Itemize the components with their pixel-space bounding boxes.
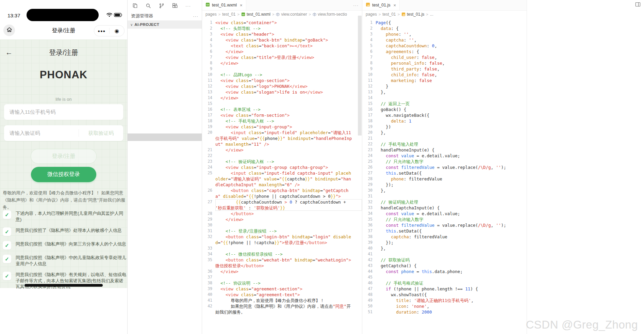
tabbar-more-icon[interactable]: ···: [353, 3, 359, 8]
exit-target-icon[interactable]: ◉: [110, 28, 125, 34]
line-number: 37: [362, 228, 376, 234]
tree-item-app.wxss[interactable]: [128, 193, 202, 201]
explorer-more-icon[interactable]: ···: [193, 14, 198, 19]
vertical-scrollbar[interactable]: [358, 16, 362, 136]
line-number: 28: [202, 211, 215, 217]
code-line: 30: [202, 222, 362, 228]
breadcrumb-item[interactable]: <>test_01.wxml: [241, 12, 270, 17]
tree-item-app.json[interactable]: [128, 186, 202, 193]
code-line: 36 </view>: [202, 269, 362, 274]
files-icon[interactable]: [132, 3, 138, 9]
back-arrow[interactable]: ←: [5, 48, 13, 57]
line-number: 22: [202, 153, 215, 159]
checkbox-checked[interactable]: ✓: [3, 255, 11, 263]
tree-item-test[interactable]: [128, 89, 202, 96]
tree-item-index[interactable]: [128, 74, 202, 81]
agreement-item: ✓下述内容，本人均已理解并同意(儿童用户由其监护人同意): [3, 210, 126, 222]
tree-item-test_01.json[interactable]: [128, 141, 202, 148]
breadcrumb-item[interactable]: JStest_01.js: [401, 12, 424, 17]
code-line: 13 <view class="slogan">life is on</view…: [202, 89, 362, 95]
project-root-row[interactable]: ∨ AI-PROJECT: [128, 20, 202, 29]
tree-item-coverage[interactable]: [128, 51, 202, 59]
tree-item-test_01.wxss[interactable]: [128, 156, 202, 163]
breadcrumb-item[interactable]: test_01: [222, 12, 235, 17]
tree-item-test_01.js[interactable]: [128, 133, 202, 141]
tree-item-project.config.json[interactable]: [128, 216, 202, 223]
line-number: 51: [362, 309, 376, 315]
tree-item-test.json[interactable]: [128, 104, 202, 111]
line-number: 33: [362, 205, 376, 211]
line-number: 40: [202, 292, 215, 298]
more-options-icon[interactable]: ●●●: [94, 29, 109, 33]
breadcrumb-item[interactable]: ...: [430, 12, 433, 17]
code-line: 5 <text class="back-icon">←</text>: [202, 43, 362, 49]
checkbox-checked[interactable]: ✓: [3, 227, 11, 236]
tree-item-test_01.wxml[interactable]: [128, 148, 202, 156]
code-line: 27 this.setData({: [362, 170, 527, 176]
breadcrumb-separator: >: [426, 12, 428, 16]
tab-test_01.js[interactable]: JStest_01.js×: [362, 0, 400, 10]
tree-item-utils[interactable]: [128, 163, 202, 171]
tree-item-test.js[interactable]: [128, 36, 202, 44]
tree-item-public.js[interactable]: [128, 171, 202, 178]
breadcrumb-item[interactable]: view.form-sectio: [313, 12, 347, 17]
breadcrumb-item[interactable]: test_01: [382, 12, 396, 17]
code-area[interactable]: 1<view class="container">2 <!-- 头部导航 -->…: [202, 18, 362, 315]
code-line: 43 getCaptcha() {: [362, 263, 527, 269]
home-button[interactable]: [3, 25, 15, 36]
search-icon[interactable]: [146, 3, 151, 9]
tree-item-package.json[interactable]: [128, 208, 202, 216]
line-number: 29: [202, 217, 215, 222]
source-control-icon[interactable]: [159, 3, 164, 9]
code-line: 16 <!-- 表单区域 -->: [202, 107, 362, 112]
brand-logo: PHONAK: [0, 69, 127, 81]
login-button[interactable]: 登录/注册: [31, 149, 97, 164]
split-editor-icon[interactable]: [635, 2, 641, 9]
tree-item-pages[interactable]: [128, 66, 202, 74]
code-line: 33 handleCaptchaInput(e) {: [362, 205, 527, 211]
toolbar-more-icon[interactable]: ···: [185, 3, 191, 9]
tree-item-test.wxss[interactable]: [128, 118, 202, 126]
phone-placeholder: 请输入11位手机号码: [4, 109, 56, 115]
captcha-input[interactable]: 请输入验证码 获取验证码: [4, 125, 123, 141]
wechat-login-button[interactable]: 微信授权登录: [31, 167, 96, 182]
extensions-icon[interactable]: [172, 3, 178, 9]
code-line: 36 const filteredValue = value.replace(/…: [362, 222, 527, 228]
code-line: 32 // 验证码输入处理: [362, 199, 527, 205]
tree-item-login[interactable]: [128, 81, 202, 89]
breadcrumb-item[interactable]: pages: [366, 12, 377, 17]
tree-item-components[interactable]: [128, 44, 202, 51]
tree-item-images[interactable]: [128, 59, 202, 66]
get-captcha-button[interactable]: 获取验证码: [79, 130, 123, 137]
checkbox-checked[interactable]: ✓: [3, 241, 11, 250]
close-icon[interactable]: ×: [240, 3, 243, 8]
line-number: 21: [362, 136, 376, 141]
breadcrumb-item[interactable]: view.container: [276, 12, 307, 17]
breadcrumb[interactable]: pages>test_01><>test_01.wxml>view.contai…: [202, 11, 362, 18]
phone-input[interactable]: 请输入11位手机号码: [4, 104, 123, 120]
tree-item-test_01[interactable]: [128, 126, 202, 133]
tree-item-test.js[interactable]: [128, 96, 202, 104]
code-line: 27 {{captchaCountdown > 0 ? captchaCount…: [202, 199, 362, 211]
checkbox-checked[interactable]: ✓: [3, 210, 11, 219]
tree-item-project.private.config...[interactable]: [128, 223, 202, 231]
code-area[interactable]: 1Page({2 data: {3 phone: '',4 captcha: '…: [362, 18, 527, 315]
captcha-placeholder: 请输入验证码: [4, 130, 40, 137]
code-line: 23 handlePhoneInput(e) {: [362, 147, 527, 153]
code-line: 6 agreements: {: [362, 49, 527, 54]
code-line: 10 <!-- 品牌Logo -->: [202, 72, 362, 78]
tab-test_01.wxml[interactable]: <>test_01.wxml×: [202, 0, 246, 10]
code-line: 30 },: [362, 188, 527, 193]
breadcrumb[interactable]: pages>test_01>JStest_01.js>...: [362, 11, 527, 18]
home-indicator: [24, 284, 103, 287]
close-icon[interactable]: ×: [394, 3, 396, 8]
line-number: 26: [362, 164, 376, 170]
breadcrumb-item[interactable]: pages: [205, 12, 217, 17]
tree-item-package-lock.json[interactable]: [128, 201, 202, 208]
checkbox-checked[interactable]: ✓: [3, 272, 11, 280]
tree-item-__tests_jest[interactable]: [128, 29, 202, 36]
tree-item-app.js[interactable]: [128, 178, 202, 186]
tree-item-test.wxml[interactable]: [128, 111, 202, 118]
line-number: 44: [362, 269, 376, 274]
code-line: 15 // 返回上一页: [362, 101, 527, 107]
